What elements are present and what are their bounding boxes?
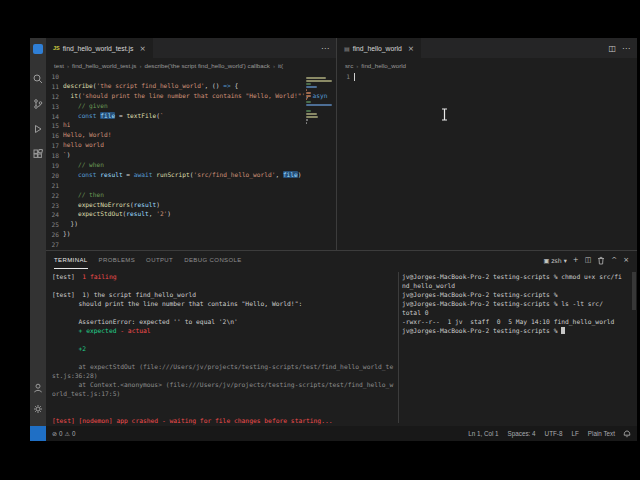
terminal-line: jv@Jorges-MacBook-Pro-2 testing-scripts … [402, 326, 640, 335]
maximize-panel-icon[interactable]: ^ [611, 256, 617, 264]
panel-tab-debug-console[interactable]: DEBUG CONSOLE [184, 252, 242, 268]
code-line[interactable]: 26}) [46, 230, 336, 240]
code-editor-test-file[interactable]: 1011describe('the script find_hello_worl… [46, 72, 336, 250]
error-icon: ⊘ [52, 430, 57, 437]
more-actions-icon[interactable]: ⋯ [321, 44, 329, 53]
breadcrumb-item[interactable]: it( [278, 62, 283, 69]
problems-status[interactable]: ⊘ 0 ⚠ 0 [52, 430, 75, 437]
breadcrumb-item[interactable]: describe('the script find_hello_world') … [144, 62, 269, 69]
tab-find-hello-world[interactable]: ▤ find_hello_world × [337, 38, 421, 58]
terminal-scrollbar[interactable] [632, 272, 636, 310]
kill-terminal-icon[interactable] [597, 256, 605, 265]
breadcrumb-item[interactable]: test [54, 62, 64, 69]
new-terminal-icon[interactable]: + [573, 256, 579, 264]
status-item[interactable]: LF [571, 430, 578, 437]
code-line[interactable]: 12 it('should print the line number that… [46, 92, 336, 102]
run-debug-icon[interactable] [33, 124, 43, 134]
panel-tab-problems[interactable]: PROBLEMS [99, 252, 136, 268]
remote-indicator[interactable] [30, 426, 46, 441]
code-text: const result = await runScript('src/find… [63, 171, 302, 181]
code-token: const [78, 112, 97, 119]
status-item[interactable]: Plain Text [588, 430, 615, 437]
line-number: 25 [46, 220, 59, 230]
code-token [63, 171, 78, 178]
terminal-shell[interactable]: jv@Jorges-MacBook-Pro-2 testing-scripts … [402, 269, 640, 426]
code-line[interactable]: 1 [337, 72, 637, 82]
panel-tab-output[interactable]: OUTPUT [146, 252, 173, 268]
search-icon[interactable] [33, 74, 43, 84]
code-line[interactable]: 20 const result = await runScript('src/f… [46, 171, 336, 181]
close-icon[interactable]: × [139, 44, 145, 53]
minimap-line [306, 95, 311, 97]
status-item[interactable]: Spaces: 4 [508, 430, 536, 437]
status-item[interactable]: Ln 1, Col 1 [468, 430, 498, 437]
code-line[interactable]: 14 const file = textFile(` [46, 112, 336, 122]
breadcrumb-separator-icon: › [67, 62, 69, 69]
source-control-icon[interactable] [33, 99, 43, 109]
close-panel-icon[interactable]: × [623, 256, 629, 264]
extensions-icon[interactable] [33, 149, 43, 159]
minimap[interactable] [306, 74, 334, 128]
terminal-test-output[interactable]: [test] 1 failing [test] 1) the script fi… [52, 269, 398, 426]
account-icon[interactable] [33, 383, 43, 393]
warning-icon: ⚠ [65, 430, 70, 437]
code-text: const file = textFile(` [63, 112, 164, 122]
split-terminal-icon[interactable]: ◫ [585, 256, 592, 264]
minimap-line [306, 89, 307, 91]
terminal-line: + expected - actual [52, 326, 398, 335]
code-line[interactable]: 18`) [46, 151, 336, 161]
tab-label: find_hello_world [353, 45, 402, 52]
code-line[interactable]: 10 [46, 72, 336, 82]
app-badge-icon[interactable] [33, 44, 43, 54]
breadcrumb-item[interactable]: find_hello_world [361, 62, 406, 69]
code-line[interactable]: 15hi [46, 121, 336, 131]
breadcrumb[interactable]: src›find_hello_world [337, 58, 637, 72]
code-token: expectNoErrors [78, 201, 130, 208]
code-token: { [231, 82, 238, 89]
code-line[interactable]: 25 }) [46, 220, 336, 230]
code-line[interactable]: 13 // given [46, 102, 336, 112]
code-token: ) [298, 171, 302, 178]
code-token: it [70, 92, 77, 99]
code-line[interactable]: 11describe('the script find_hello_world'… [46, 82, 336, 92]
code-line[interactable]: 16Hello, World! [46, 131, 336, 141]
notifications-bell-icon[interactable] [623, 429, 631, 438]
editor-split-divider[interactable] [336, 38, 337, 250]
split-editor-icon[interactable]: ◫ [608, 44, 616, 53]
status-item[interactable]: UTF-8 [545, 430, 563, 437]
code-line[interactable]: 17hello world [46, 141, 336, 151]
error-count: 0 [59, 430, 63, 437]
tab-find-hello-world-test-js[interactable]: JS find_hello_world_test.js × [46, 38, 153, 58]
panel-tab-terminal[interactable]: TERMINAL [54, 252, 88, 269]
line-number: 12 [46, 92, 59, 102]
code-editor-plain-file[interactable]: 1 [337, 72, 637, 250]
code-token: file [283, 171, 298, 178]
more-actions-icon[interactable]: ⋯ [622, 44, 630, 53]
code-text: Hello, World! [63, 131, 111, 141]
terminal-line [52, 407, 398, 416]
terminal-text: st.js:36:28) [52, 372, 98, 379]
terminal-text: at expectStdOut (file:///Users/jv/projec… [52, 363, 393, 370]
code-line[interactable]: 24 expectStdOut(result, '2') [46, 210, 336, 220]
code-line[interactable]: 19 // when [46, 161, 336, 171]
terminal-picker[interactable]: ▣ zsh ▾ [543, 257, 566, 264]
close-icon[interactable]: × [408, 44, 414, 53]
code-line[interactable]: 23 expectNoErrors(result) [46, 201, 336, 211]
line-number: 10 [46, 72, 59, 82]
code-line[interactable]: 27 [46, 240, 336, 250]
terminal-text: AssertionError: expected '' to equal '2\… [52, 318, 238, 325]
code-line[interactable]: 22 // then [46, 191, 336, 201]
breadcrumb[interactable]: test›find_hello_world_test.js›describe('… [46, 58, 336, 72]
line-number: 15 [46, 121, 59, 131]
breadcrumb-item[interactable]: src [345, 62, 353, 69]
mouse-cursor-ibeam [440, 108, 449, 121]
code-line[interactable]: 21 [46, 181, 336, 191]
terminal-split-divider[interactable] [398, 272, 399, 423]
file-icon: ▤ [344, 45, 350, 52]
settings-gear-icon[interactable] [33, 404, 43, 414]
code-token [63, 210, 78, 217]
panel-header: TERMINALPROBLEMSOUTPUTDEBUG CONSOLE ▣ zs… [46, 251, 637, 269]
code-token: hi [63, 121, 70, 128]
editor-group-right: ▤ find_hello_world × ◫ ⋯ src›find_hello_… [337, 38, 637, 250]
breadcrumb-item[interactable]: find_hello_world_test.js [72, 62, 136, 69]
